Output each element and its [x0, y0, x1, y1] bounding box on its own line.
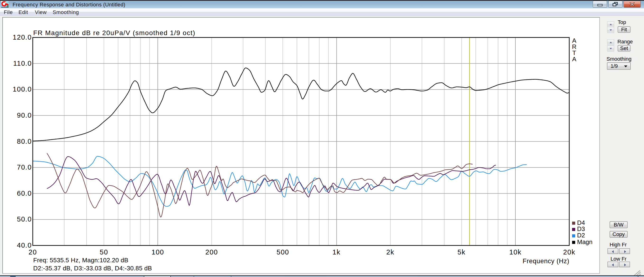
- svg-text:100.0: 100.0: [12, 85, 32, 93]
- svg-text:110.0: 110.0: [13, 59, 32, 67]
- svg-text:100: 100: [152, 248, 164, 256]
- svg-text:10k: 10k: [509, 248, 522, 256]
- svg-text:20k: 20k: [563, 248, 576, 256]
- svg-text:Frequency (Hz): Frequency (Hz): [522, 258, 569, 265]
- svg-text:120.0: 120.0: [12, 33, 32, 41]
- svg-text:A: A: [572, 55, 576, 63]
- svg-text:1k: 1k: [332, 248, 340, 256]
- svg-text:90.0: 90.0: [17, 111, 32, 119]
- svg-text:80.0: 80.0: [17, 138, 32, 145]
- svg-text:Freq: 5535.5 Hz, Magn:102.20 d: Freq: 5535.5 Hz, Magn:102.20 dB: [33, 257, 128, 264]
- svg-text:200: 200: [205, 248, 218, 256]
- svg-text:D4: D4: [577, 219, 585, 226]
- svg-text:FR Magnitude dB re 20uPa/V (sm: FR Magnitude dB re 20uPa/V (smoothed 1/9…: [33, 29, 196, 36]
- svg-text:70.0: 70.0: [17, 163, 32, 171]
- svg-text:5k: 5k: [458, 248, 466, 256]
- svg-text:40.0: 40.0: [17, 242, 32, 249]
- svg-text:60.0: 60.0: [17, 190, 32, 197]
- svg-text:50.0: 50.0: [17, 215, 32, 223]
- svg-text:20: 20: [28, 248, 37, 256]
- svg-text:500: 500: [276, 248, 289, 256]
- svg-text:D3: D3: [577, 225, 585, 232]
- svg-text:50: 50: [100, 248, 108, 256]
- svg-text:D2: D2: [577, 232, 585, 239]
- svg-text:2k: 2k: [386, 248, 394, 256]
- svg-text:Magn: Magn: [577, 238, 592, 246]
- svg-text:D2:-35.37 dB, D3:-33.03 dB, D4: D2:-35.37 dB, D3:-33.03 dB, D4:-30.85 dB: [33, 265, 152, 272]
